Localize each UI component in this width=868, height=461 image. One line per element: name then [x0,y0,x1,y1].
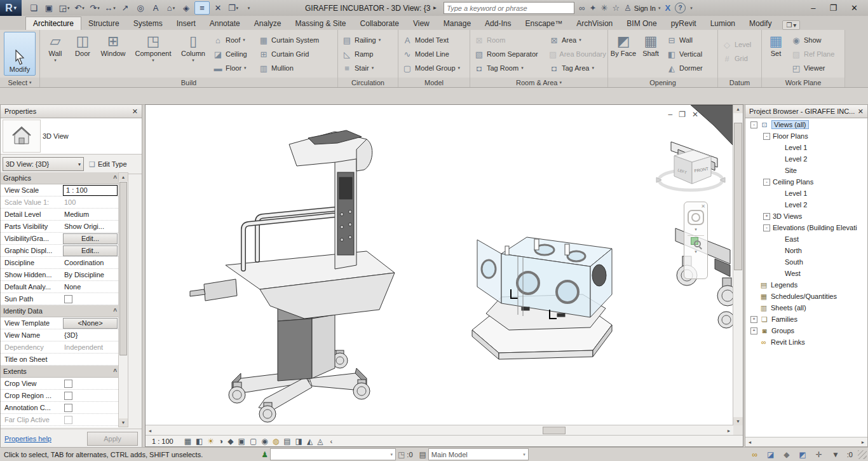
roof-button[interactable]: ⌂Roof▾ [211,33,255,47]
tab-lumion[interactable]: Lumion [703,17,742,30]
tab-systems[interactable]: Systems [126,17,170,30]
steering-wheel-icon[interactable] [688,210,704,225]
schedules-label[interactable]: Schedules/Quantities [771,292,837,300]
canvas-hscroll-thumb[interactable] [543,427,566,434]
tree-ceiling-level-2[interactable]: Level 2 [745,199,867,210]
level-button[interactable]: ◇Level [720,38,759,52]
giraffe-warmer-model[interactable] [190,130,395,422]
ceiling-plans-label[interactable]: Ceiling Plans [773,178,813,186]
window-button[interactable]: ⊞Window [97,31,130,77]
worksets-icon[interactable]: ♟ [261,450,268,459]
highlight-displacement-sets-icon[interactable]: ◭ [307,437,313,446]
edit-type-button[interactable]: ❑Edit Type [86,158,130,170]
a360-icon[interactable]: X [665,3,670,13]
level-1-label[interactable]: Level 1 [785,144,807,151]
close-button[interactable]: ✕ [851,3,858,13]
tab-analyze[interactable]: Analyze [247,17,288,30]
tab-modify[interactable]: Modify [742,17,778,30]
select-pinned-toggle[interactable]: ◆ [783,450,789,459]
tree-views-all[interactable]: -⊡Views (all) [745,119,867,130]
tag-area-button[interactable]: ◘Tag Area▾ [547,61,606,75]
section-button[interactable]: ◈ [179,2,193,14]
select-links-toggle[interactable]: ∞ [752,450,757,459]
undo-button[interactable]: ↶▾ [72,2,86,14]
shadows-icon[interactable]: ◑ [219,437,223,446]
modify-button[interactable]: Modify [4,32,36,76]
tab-manage[interactable]: Manage [437,17,478,30]
viewbar-expand-icon[interactable]: ‹ [330,437,332,445]
switch-windows-button[interactable]: ❐▾ [226,2,240,14]
south-label[interactable]: South [785,258,803,266]
default-3d-view-button[interactable]: ⌂▾ [164,2,178,14]
datum-panel-label[interactable]: Datum [718,78,761,87]
properties-header[interactable]: Properties ✕ [1,105,142,118]
ramp-button[interactable]: ◺Ramp [340,47,396,61]
filter-icon[interactable]: ▼ [832,450,839,459]
discipline-value[interactable]: Coordination [63,259,119,266]
select-by-face-toggle[interactable]: ◩ [799,450,806,459]
tab-architecture[interactable]: Architecture [25,17,81,30]
tree-site[interactable]: Site [745,165,867,176]
open-button[interactable]: ❏ [27,2,41,14]
tree-level-2[interactable]: Level 2 [745,153,867,165]
canvas-scroll-left-icon[interactable]: ◄ [146,429,154,433]
view-scale-control[interactable]: 1 : 100 [152,437,173,445]
families-label[interactable]: Families [771,315,797,323]
editing-requests-icon[interactable]: ◳ [398,450,405,459]
apply-button[interactable]: Apply [87,432,138,446]
floor-plans-expander[interactable]: - [763,133,770,140]
tree-schedules[interactable]: ▦Schedules/Quantities [745,291,867,302]
visual-style-icon[interactable]: ◧ [196,437,203,446]
graphic-display-edit-button[interactable]: Edit... [63,245,118,256]
restore-button[interactable]: ❐ [829,3,837,13]
model-group-button[interactable]: ▢Model Group▾ [400,61,468,75]
view-name-value[interactable]: {3D} [63,331,119,339]
area-button[interactable]: ⊠Area▾ [547,33,606,47]
browser-scroll-right-icon[interactable]: ► [858,440,867,444]
detail-level-value[interactable]: Medium [63,210,119,218]
views-all-label[interactable]: Views (all) [771,120,809,129]
viewer-button[interactable]: ◰Viewer [789,61,840,75]
infocenter-search-input[interactable] [444,2,574,14]
tab-bim-one[interactable]: BIM One [620,17,663,30]
canvas-vertical-scrollbar[interactable]: ▲ ▼ [733,105,743,425]
tree-revit-links[interactable]: ∞Revit Links [745,336,867,348]
aligned-dimension-button[interactable]: ↗ [118,2,132,14]
title-overflow-icon[interactable]: ► [432,5,437,11]
properties-scroll-thumb[interactable] [119,182,127,355]
properties-scrollbar[interactable]: ▲ ▼ [118,172,128,427]
tag-room-button[interactable]: ◘Tag Room▾ [472,61,546,75]
sun-path-checkbox[interactable] [64,295,72,303]
annotation-crop-checkbox[interactable] [64,404,72,412]
section-extents[interactable]: Extents^ [1,366,119,378]
tab-archvision[interactable]: ArchVision [569,17,620,30]
section-graphics[interactable]: Graphics^ [1,172,119,184]
worksharing-display-icon[interactable]: ▤ [283,437,290,446]
visibility-edit-button[interactable]: Edit... [63,233,118,244]
crop-view-checkbox[interactable] [64,380,72,388]
render-icon[interactable]: ◆ [227,437,233,446]
canvas-scroll-up-icon[interactable]: ▲ [733,105,743,113]
ribbon-display-toggle[interactable]: ❐▾ [782,20,800,30]
railing-button[interactable]: ▤Railing▾ [340,33,396,47]
favorites-icon[interactable]: ☆ [612,3,620,13]
select-underlay-toggle[interactable]: ◪ [767,450,774,459]
tree-ceiling-plans[interactable]: -Ceiling Plans [745,176,867,188]
sync-button[interactable]: ◲▾ [57,2,71,14]
groups-label[interactable]: Groups [771,327,794,334]
model-panel-label[interactable]: Model [398,78,470,87]
communication-center-icon[interactable]: ✳ [601,3,608,13]
default-analysis-value[interactable]: None [63,283,119,291]
minimize-button[interactable]: – [811,3,815,13]
tree-east[interactable]: East [745,233,867,245]
tree-3d-views[interactable]: +3D Views [745,210,867,222]
reveal-constraints-icon[interactable]: ◬ [317,437,323,446]
zoom-caret-icon[interactable]: ▾ [695,249,697,254]
help-button[interactable]: ? [675,3,686,13]
design-option-dropdown[interactable]: Main Model▾ [428,448,529,460]
work-plane-panel-label[interactable]: Work Plane [762,78,844,87]
views-all-expander[interactable]: - [750,121,757,128]
properties-scroll-up-icon[interactable]: ▲ [119,173,128,181]
show-work-plane-button[interactable]: ◉Show [789,33,840,47]
tag-by-category-button[interactable]: ◎ [133,2,147,14]
